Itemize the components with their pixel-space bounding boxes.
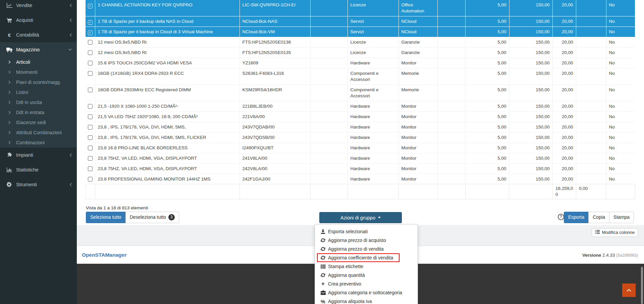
cell-empty	[437, 101, 465, 112]
cell-empty	[437, 0, 465, 16]
cell-subcategory: Monitor	[398, 58, 437, 68]
sidebar-subitem[interactable]: Combinazioni	[0, 138, 77, 148]
sidebar-item-impianti[interactable]: Impianti	[0, 148, 77, 162]
menu-item[interactable]: Aggiorna quantità	[315, 271, 418, 280]
row-checkbox[interactable]: ✓	[88, 31, 93, 35]
copy-button[interactable]: Copia	[588, 212, 609, 223]
table-row[interactable]: ✓ 1 TB di Spazio per il backup della NAS…	[86, 16, 635, 27]
sidebar-subitem[interactable]: Giacenze sedi	[0, 117, 77, 128]
menu-item[interactable]: % Aggiorna aliquota iva	[315, 297, 418, 304]
table-row[interactable]: ✓ 23,8 16.8 PRO-LINE BLACK BORDERLESS I2…	[86, 143, 635, 153]
export-button[interactable]: Esporta	[564, 212, 589, 223]
sidebar-subitem-label: Combinazioni	[16, 140, 45, 145]
sidebar-item-strumenti[interactable]: Strumenti	[0, 177, 77, 192]
cell-coeff: 20,00	[552, 101, 576, 112]
sidebar-subitem[interactable]: Piani di sconto/magg.	[0, 77, 77, 87]
cell-available: No	[606, 153, 635, 164]
row-checkbox[interactable]: ✓	[88, 88, 93, 92]
sidebar-subitem[interactable]: Movimenti	[0, 67, 77, 77]
row-checkbox[interactable]: ✓	[88, 4, 93, 8]
sidebar-item-label: Strumenti	[16, 182, 37, 187]
menu-item-label: Esporta selezionati	[328, 229, 368, 234]
brand-link[interactable]: OpenSTAManager	[82, 252, 126, 258]
group-actions-button[interactable]: Azioni di gruppo	[319, 212, 402, 223]
cell-available: No	[606, 164, 635, 174]
menu-item[interactable]: Esporta selezionati	[315, 227, 418, 236]
cell-category: Hardware	[347, 164, 398, 174]
menu-item[interactable]: Aggiorna categoria e sottocategoria	[315, 288, 418, 297]
scrollbar-thumb[interactable]	[641, 267, 643, 304]
sidebar-item-acquisti[interactable]: Acquisti	[0, 13, 77, 28]
sidebar-subitem[interactable]: Ddt in entrata	[0, 107, 77, 117]
menu-item[interactable]: Aggiorna coefficiente di vendita	[315, 253, 418, 262]
cell-code: 242F1GAJ/00	[239, 174, 310, 184]
sidebar-item-magazzino[interactable]: Magazzino	[0, 42, 77, 57]
cell-qty: 5,00	[465, 48, 509, 58]
cell-subcategory: Office Automation	[398, 0, 437, 16]
table-row[interactable]: ✓ 23,8 , IPS, 178/178, VGA, DVI, HDMI, 5…	[86, 133, 635, 143]
cell-qty: 5,00	[465, 101, 509, 112]
table-row[interactable]: ✓ 23,8 , IPS, 178/178, VGA, DVI, HDMI, 5…	[86, 122, 635, 133]
table-row[interactable]: ✓ 16GB (1X16GB) 1RX4 DDR4-2933 R ECC S26…	[86, 68, 635, 85]
row-checkbox[interactable]: ✓	[88, 61, 93, 65]
table-row[interactable]: ✓ 12 mesi OS,9x5,NBD Rt FTS:HP12NS20SE01…	[86, 37, 635, 48]
row-checkbox[interactable]: ✓	[88, 71, 93, 76]
cell-empty	[437, 174, 465, 184]
cell-price: 150,00	[509, 164, 552, 174]
sidebar-subitem[interactable]: Attributi Combinazioni	[0, 128, 77, 138]
sidebar-subitem[interactable]: Listini	[0, 87, 77, 97]
help-icon[interactable]: ?	[558, 214, 564, 220]
sidebar-subitem[interactable]: Articoli	[0, 57, 77, 67]
chevron-left-icon	[69, 3, 72, 7]
table-row[interactable]: ✓ 23,8 75HZ, VA LED, HDMI, VGA, DISPLAYP…	[86, 164, 635, 174]
menu-item-label: Aggiorna quantità	[328, 272, 365, 278]
cell-empty	[576, 48, 606, 58]
table-row[interactable]: ✓ 21,5 VA LED 75HZ 1920*1080, 16:9, 200 …	[86, 112, 635, 122]
table-row[interactable]: ✓ 23.8 PROFESSIONAL GAMING MONITOR 144HZ…	[86, 174, 635, 184]
sidebar-item-vendite[interactable]: Vendite	[0, 0, 77, 13]
cell-subcategory: NCloud	[398, 27, 437, 37]
row-checkbox[interactable]: ✓	[88, 20, 93, 25]
menu-item[interactable]: Stampa etichette	[315, 262, 418, 271]
table-row[interactable]: ✓ 12 mesi OS,9x5,NBD Rt FTS:HP12NS20SE01…	[86, 48, 635, 58]
cell-subcategory: Memorie	[398, 68, 437, 85]
row-checkbox[interactable]: ✓	[88, 114, 93, 119]
edit-columns-button[interactable]: Modifica colonne	[592, 228, 638, 237]
row-checkbox[interactable]: ✓	[88, 125, 93, 130]
row-checkbox[interactable]: ✓	[88, 166, 93, 171]
cell-price: 150,00	[509, 37, 552, 48]
table-row[interactable]: ✓ 15.6 IPS TOUCH 250CD/M2 VGA HDMI VESA …	[86, 58, 635, 68]
print-button[interactable]: Stampa	[609, 212, 634, 223]
row-checkbox[interactable]: ✓	[88, 135, 93, 140]
row-checkbox[interactable]: ✓	[88, 146, 93, 150]
deselect-all-button[interactable]: Deseleziona tutto 3	[125, 212, 179, 223]
cell-price: 150,00	[509, 101, 552, 112]
table-row[interactable]: ✓ 1 CHANNEL ACTIVATION KEY FOR QVRPRO LI…	[86, 0, 635, 16]
row-checkbox[interactable]: ✓	[88, 50, 93, 55]
row-checkbox[interactable]: ✓	[88, 156, 93, 161]
row-checkbox[interactable]: ✓	[88, 177, 93, 182]
list-icon	[595, 230, 600, 236]
table-row[interactable]: ✓ 23,8 75HZ, VA LED, HDMI, VGA, DISPLAYP…	[86, 153, 635, 164]
menu-item[interactable]: Aggiorna prezzo di vendita	[315, 245, 418, 253]
sidebar-subitem-label: Movimenti	[16, 69, 38, 75]
table-row[interactable]: ✓ 16GB DDR4 2933MHz ECC Registered DIMM …	[86, 85, 635, 101]
menu-item[interactable]: + Crea preventivo	[315, 280, 418, 288]
scroll-to-top-button[interactable]	[622, 284, 636, 297]
check-icon: ✓	[88, 20, 92, 24]
menu-item[interactable]: Aggiorna prezzo di acquisto	[315, 236, 418, 245]
table-row[interactable]: ✓ 1 TB di Spazio per il backup in Cloud …	[86, 27, 635, 37]
bar-chart-icon	[6, 167, 13, 172]
row-checkbox[interactable]: ✓	[88, 104, 93, 109]
sidebar-item-statistiche[interactable]: Statistiche	[0, 162, 77, 177]
cell-empty	[576, 101, 606, 112]
cell-coeff: 20,00	[552, 153, 576, 164]
row-checkbox[interactable]: ✓	[88, 40, 93, 45]
cell-coeff: 20,00	[552, 37, 576, 48]
cell-empty	[437, 164, 465, 174]
sidebar-item-contabilita[interactable]: € Contabilità	[0, 28, 77, 42]
select-all-button[interactable]: Seleziona tutto	[86, 212, 126, 223]
table-row[interactable]: ✓ 21,5 -1920 X 1080-1000 1-250 CD/MÂ²- 2…	[86, 101, 635, 112]
sidebar-subitem[interactable]: Ddt in uscita	[0, 97, 77, 107]
cell-category: Hardware	[347, 174, 398, 184]
